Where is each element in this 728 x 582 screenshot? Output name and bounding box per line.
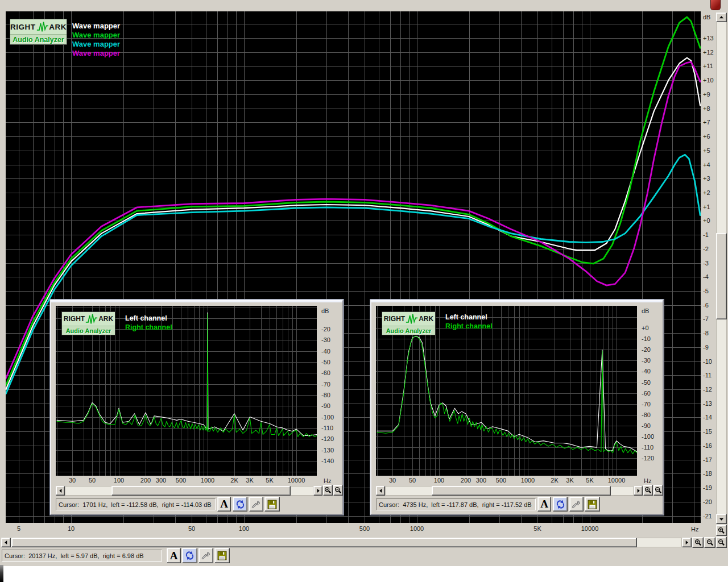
zoom-out-icon bbox=[718, 539, 725, 546]
y-tick-label: -30 bbox=[321, 336, 330, 343]
x-tick-label: 50 bbox=[188, 525, 195, 532]
scroll-up-button[interactable] bbox=[716, 13, 727, 22]
save-button[interactable] bbox=[264, 497, 280, 512]
y-axis-labels: -20-30-40-50-60-70-80-90-100-110-120-130… bbox=[318, 306, 344, 476]
zoom-out-icon bbox=[334, 487, 342, 494]
y-tick-label: -60 bbox=[642, 390, 651, 397]
arrow-left-icon bbox=[378, 488, 383, 493]
arrow-right-icon bbox=[636, 488, 641, 493]
refresh-icon bbox=[556, 500, 565, 509]
y-tick-label: -90 bbox=[321, 402, 330, 409]
y-axis-labels: +0-10-20-30-40-50-60-70-80-90-100-110-12… bbox=[639, 306, 664, 476]
x-tick-label: 300 bbox=[476, 477, 486, 484]
scroll-left-button[interactable] bbox=[376, 486, 385, 496]
scroll-right-button[interactable] bbox=[682, 538, 692, 547]
x-tick-label: 1000 bbox=[201, 477, 214, 484]
arrow-right-icon bbox=[684, 540, 689, 545]
font-button[interactable]: A bbox=[537, 497, 551, 512]
arrow-down-icon bbox=[719, 517, 724, 522]
y-tick-label: -6 bbox=[703, 302, 709, 309]
logo-subtitle: Audio Analyzer bbox=[382, 326, 435, 335]
refresh-button[interactable] bbox=[233, 497, 247, 512]
y-zoom-out-button[interactable] bbox=[716, 537, 727, 548]
x-axis-labels: 305010020030050010002K3K5K10000 bbox=[56, 477, 317, 485]
scroll-left-button[interactable] bbox=[56, 486, 65, 496]
x-tick-label: 5K bbox=[533, 525, 541, 532]
x-tick-label: 500 bbox=[496, 477, 506, 484]
y-tick-label: -15 bbox=[703, 428, 712, 435]
x-tick-label: 2K bbox=[230, 477, 238, 484]
x-tick-label: 300 bbox=[156, 477, 166, 484]
y-tick-label: -5 bbox=[703, 288, 709, 294]
y-tick-label: +12 bbox=[703, 49, 714, 56]
y-zoom-in-button[interactable] bbox=[716, 525, 727, 536]
legend-wave-mapper-3: Wave mapper bbox=[72, 40, 120, 49]
horizontal-scrollbar-thumb[interactable] bbox=[111, 486, 291, 496]
arrow-up-icon bbox=[719, 15, 724, 20]
save-button[interactable] bbox=[585, 497, 600, 512]
legend-wave-mapper-2: Wave mapper bbox=[72, 31, 120, 40]
y-tick-label: -30 bbox=[642, 357, 651, 364]
horizontal-scrollbar-thumb[interactable] bbox=[11, 538, 637, 547]
scroll-right-button[interactable] bbox=[313, 486, 322, 496]
y-tick-label: +6 bbox=[703, 133, 710, 140]
y-tick-label: +5 bbox=[703, 147, 710, 154]
vertical-scrollbar-thumb[interactable] bbox=[716, 233, 727, 319]
x-tick-label: 100 bbox=[114, 477, 124, 484]
font-button[interactable]: A bbox=[217, 497, 231, 512]
rightmark-logo-brand: RIGHT ARK bbox=[62, 312, 115, 326]
main-x-axis-unit: Hz bbox=[691, 526, 698, 533]
x-tick-label: 50 bbox=[409, 477, 416, 484]
y-tick-label: -13 bbox=[703, 400, 712, 407]
x-tick-label: 5K bbox=[266, 477, 273, 484]
setup-button[interactable] bbox=[198, 548, 213, 563]
scroll-down-button[interactable] bbox=[716, 514, 727, 524]
y-tick-label: -18 bbox=[703, 470, 712, 477]
save-button[interactable] bbox=[214, 548, 230, 563]
x-zoom-out-button[interactable] bbox=[653, 485, 663, 496]
setup-button[interactable] bbox=[249, 497, 263, 512]
setup-button[interactable] bbox=[569, 497, 584, 512]
logo-brand-left: RIGHT bbox=[64, 315, 85, 323]
x-zoom-in-button[interactable] bbox=[643, 485, 653, 496]
refresh-button[interactable] bbox=[182, 548, 197, 563]
scroll-left-button[interactable] bbox=[1, 538, 11, 547]
scroll-right-button[interactable] bbox=[634, 486, 643, 496]
y-tick-label: -12 bbox=[703, 386, 712, 393]
font-button[interactable]: A bbox=[167, 548, 181, 563]
x-zoom-in-button[interactable] bbox=[692, 537, 704, 548]
x-zoom-out-button[interactable] bbox=[333, 485, 343, 496]
x-zoom-out-button[interactable] bbox=[704, 537, 715, 548]
horizontal-scrollbar-thumb[interactable] bbox=[432, 486, 611, 496]
y-tick-label: -1 bbox=[703, 231, 709, 238]
y-tick-label: +4 bbox=[703, 161, 710, 168]
x-axis-unit: Hz bbox=[324, 477, 331, 484]
spectrum-window-left: RIGHT ARK Audio Analyzer Left channel Ri… bbox=[50, 300, 344, 515]
arrow-left-icon bbox=[58, 488, 63, 493]
rightmark-logo-brand: RIGHT ARK bbox=[10, 19, 67, 35]
y-axis-unit: dB bbox=[642, 307, 649, 314]
x-tick-label: 5K bbox=[586, 477, 593, 484]
y-tick-label: -50 bbox=[642, 379, 651, 386]
y-tick-label: -10 bbox=[642, 335, 651, 342]
y-tick-label: -11 bbox=[703, 372, 712, 379]
logo-subtitle: Audio Analyzer bbox=[62, 326, 115, 335]
wrench-icon bbox=[201, 551, 211, 560]
background-window-fragment bbox=[710, 0, 721, 10]
waveform-icon bbox=[406, 312, 418, 326]
y-tick-label: -10 bbox=[703, 358, 712, 365]
x-zoom-in-button[interactable] bbox=[323, 485, 333, 496]
floppy-icon bbox=[217, 551, 227, 560]
refresh-icon bbox=[235, 500, 245, 509]
y-tick-label: -8 bbox=[703, 330, 709, 336]
x-tick-label: 30 bbox=[69, 477, 76, 484]
y-axis-unit: dB bbox=[321, 307, 329, 314]
y-tick-label: -90 bbox=[642, 422, 651, 429]
main-y-axis-unit: dB bbox=[703, 14, 710, 20]
y-tick-label: -100 bbox=[321, 414, 334, 421]
refresh-button[interactable] bbox=[553, 497, 568, 512]
zoom-in-icon bbox=[644, 487, 652, 494]
y-tick-label: -20 bbox=[321, 326, 330, 332]
rightmark-logo: RIGHT ARK Audio Analyzer bbox=[10, 19, 67, 45]
zoom-out-icon bbox=[655, 487, 662, 494]
